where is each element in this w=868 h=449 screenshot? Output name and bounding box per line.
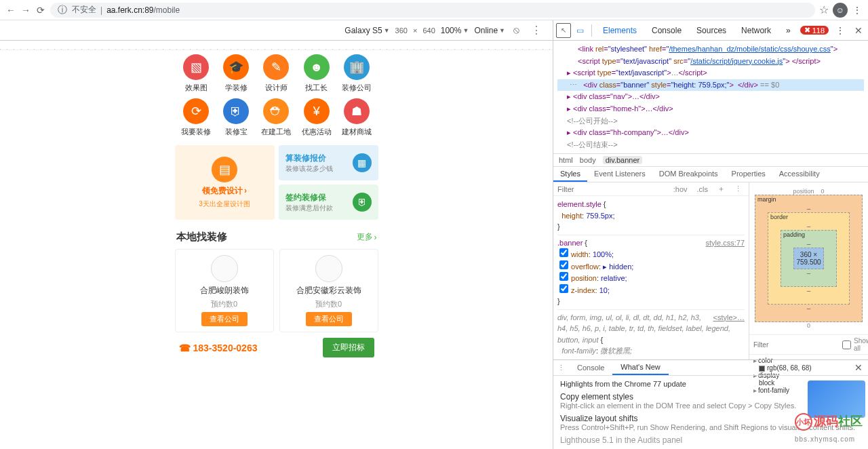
computed-pane: position 0 margin– border– padding– 360 …: [749, 182, 868, 359]
promo-image: [808, 380, 865, 418]
mobile-page: ▧ 效果图 🎓 学装修 ✎ 设计师 ☻ 找工长 🏢 装修公司 ⟳ 我要装修 ⛨ …: [175, 54, 378, 357]
zoom-select[interactable]: 100%▼: [441, 26, 469, 35]
tab-elements[interactable]: Elements: [596, 20, 644, 40]
phone-number[interactable]: ☎183-3520-0263: [179, 343, 258, 353]
devtools-toolbar: Galaxy S5▼ 360 × 640 100%▼ Online▼ ⦸ ⋮ ↖…: [0, 20, 868, 41]
subtab-eventlisteners[interactable]: Event Listeners: [587, 167, 652, 182]
category-icon: ¥: [304, 98, 330, 124]
company-appoint: 预约数0: [315, 299, 342, 309]
category-icon: ⛑: [263, 98, 289, 124]
nav-icon-item[interactable]: ▧ 效果图: [176, 54, 216, 93]
showall-checkbox[interactable]: [842, 340, 851, 349]
doc-icon: ▤: [212, 157, 237, 182]
category-label: 装修宝: [225, 127, 248, 137]
nav-icon-item[interactable]: ☗ 建材商城: [336, 98, 376, 137]
device-select[interactable]: Galaxy S5▼: [344, 26, 389, 35]
tab-network[interactable]: Network: [734, 20, 778, 40]
category-label: 在建工地: [261, 127, 291, 137]
nav-icon-item[interactable]: ⛑ 在建工地: [256, 98, 296, 137]
view-company-button[interactable]: 查看公司: [201, 312, 248, 326]
menu-icon[interactable]: ⋮: [852, 5, 863, 16]
viewport-height[interactable]: 640: [422, 26, 435, 35]
reload-icon[interactable]: ⟳: [35, 5, 46, 16]
devtools-menu-icon[interactable]: ⋮: [833, 25, 848, 36]
dom-tree[interactable]: <link rel="stylesheet" href="/themes/han…: [553, 41, 868, 153]
subtab-accessibility[interactable]: Accessibility: [772, 167, 827, 182]
category-label: 设计师: [265, 83, 288, 93]
hov-toggle[interactable]: :hov: [671, 185, 690, 193]
company-name: 合肥峻朗装饰: [200, 285, 249, 296]
info-icon: ⓘ: [57, 5, 68, 16]
category-label: 学装修: [225, 83, 248, 93]
nav-icon-item[interactable]: ✎ 设计师: [256, 54, 296, 93]
drawer-close-icon[interactable]: ✕: [849, 362, 868, 373]
back-icon[interactable]: ←: [5, 5, 16, 16]
add-rule-icon[interactable]: ＋: [715, 184, 728, 194]
promo-guarantee[interactable]: 签约装修保装修满意后付款 ⛨: [279, 184, 378, 220]
tab-console[interactable]: Console: [645, 20, 688, 40]
category-label: 装修公司: [342, 83, 372, 93]
chevron-right-icon: ›: [244, 186, 247, 195]
subtab-dombreakpoints[interactable]: DOM Breakpoints: [652, 167, 725, 182]
nav-icon-item[interactable]: 🎓 学装修: [216, 54, 256, 93]
drawer-tab-whatsnew[interactable]: What's New: [612, 360, 668, 375]
category-label: 找工长: [305, 83, 328, 93]
tender-button[interactable]: 立即招标: [323, 338, 374, 357]
nav-icon-item[interactable]: 🏢 装修公司: [336, 54, 376, 93]
bookmark-icon[interactable]: ☆: [819, 3, 829, 16]
tab-sources[interactable]: Sources: [690, 20, 733, 40]
nav-icon-item[interactable]: ¥ 优惠活动: [296, 98, 336, 137]
ruler: [0, 41, 553, 50]
device-menu-icon[interactable]: ⋮: [527, 24, 546, 37]
page-viewport: ▧ 效果图 🎓 学装修 ✎ 设计师 ☻ 找工长 🏢 装修公司 ⟳ 我要装修 ⛨ …: [0, 41, 553, 449]
devtools-close-icon[interactable]: ✕: [852, 25, 865, 36]
category-icon: ▧: [183, 54, 209, 80]
styles-filter-input[interactable]: [557, 185, 667, 193]
nav-icon-item[interactable]: ☻ 找工长: [296, 54, 336, 93]
category-icon: 🏢: [344, 54, 370, 80]
styles-menu-icon[interactable]: ⋮: [732, 184, 745, 193]
viewport-width[interactable]: 360: [395, 26, 408, 35]
breadcrumb[interactable]: htmlbodydiv.banner: [553, 153, 868, 167]
address-bar[interactable]: ⓘ 不安全 | aa.ferk.cn:89/mobile: [50, 3, 815, 18]
company-card[interactable]: 合肥峻朗装饰 预约数0 查看公司: [175, 249, 274, 332]
category-icon: 🎓: [223, 54, 249, 80]
chevron-right-icon: ›: [374, 233, 377, 242]
promo-free-design[interactable]: ▤ 领免费设计› 3天出全屋设计图: [175, 145, 275, 220]
nav-icon-item[interactable]: ⛨ 装修宝: [216, 98, 256, 137]
category-label: 建材商城: [342, 127, 372, 137]
rotate-icon[interactable]: ⦸: [511, 25, 521, 36]
network-select[interactable]: Online▼: [474, 26, 505, 35]
company-appoint: 预约数0: [211, 299, 237, 309]
error-count[interactable]: ✖ 118: [800, 26, 829, 35]
category-label: 效果图: [185, 83, 208, 93]
computed-filter-input[interactable]: [753, 341, 840, 349]
shield-icon: ⛨: [353, 193, 372, 212]
more-link[interactable]: 更多›: [357, 231, 377, 243]
subtab-styles[interactable]: Styles: [553, 167, 587, 182]
category-icon: ⛨: [223, 98, 249, 124]
security-badge: 不安全: [72, 4, 96, 16]
cls-toggle[interactable]: .cls: [694, 185, 711, 193]
section-title: 本地找装修: [176, 231, 227, 243]
category-label: 优惠活动: [302, 127, 332, 137]
styles-pane[interactable]: element.style { height: 759.5px;} style.…: [553, 196, 749, 359]
nav-icon-item[interactable]: ⟳ 我要装修: [176, 98, 216, 137]
box-model[interactable]: position 0 margin– border– padding– 360 …: [749, 182, 868, 335]
company-name: 合肥安徽彩云装饰: [296, 285, 361, 296]
view-company-button[interactable]: 查看公司: [306, 312, 352, 326]
company-card[interactable]: 合肥安徽彩云装饰 预约数0 查看公司: [279, 249, 378, 332]
category-icon: ☗: [344, 98, 370, 124]
browser-toolbar: ← → ⟳ ⓘ 不安全 | aa.ferk.cn:89/mobile ☆ ☺ ⋮: [0, 0, 868, 20]
drawer-tab-console[interactable]: Console: [569, 361, 612, 374]
company-logo: [211, 255, 238, 282]
calculator-icon: ▦: [353, 153, 372, 172]
subtab-properties[interactable]: Properties: [725, 167, 772, 182]
promo-quote[interactable]: 算装修报价装修该花多少钱 ▦: [279, 145, 378, 180]
drawer-menu-icon[interactable]: ⋮: [553, 364, 569, 372]
tab-more-icon[interactable]: »: [779, 20, 797, 40]
inspect-icon[interactable]: ↖: [556, 23, 571, 38]
device-mode-icon[interactable]: ▭: [572, 23, 587, 38]
forward-icon[interactable]: →: [20, 5, 31, 16]
profile-avatar[interactable]: ☺: [833, 3, 848, 18]
